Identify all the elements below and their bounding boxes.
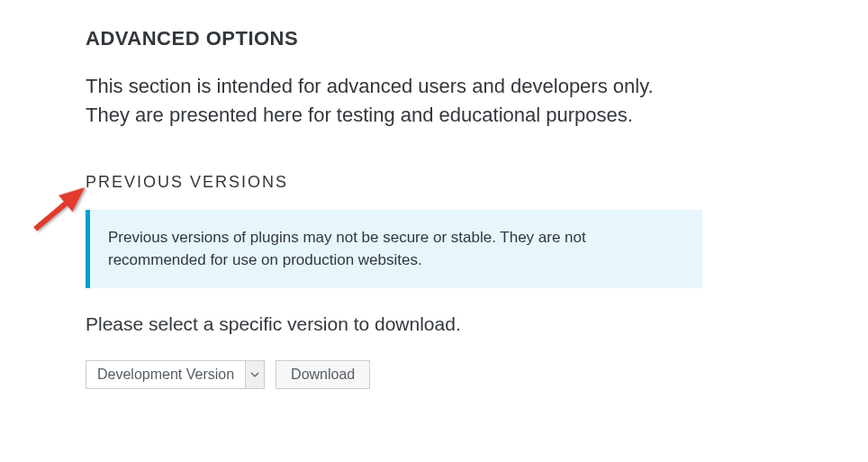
version-select-instruction: Please select a specific version to down… bbox=[86, 313, 702, 335]
advanced-options-description: This section is intended for advanced us… bbox=[86, 72, 702, 130]
chevron-down-icon[interactable] bbox=[245, 360, 265, 389]
version-select[interactable]: Development Version bbox=[86, 360, 265, 389]
version-controls: Development Version Download bbox=[86, 360, 702, 389]
download-button[interactable]: Download bbox=[276, 360, 370, 389]
version-select-value: Development Version bbox=[86, 360, 245, 389]
advanced-options-heading: ADVANCED OPTIONS bbox=[86, 27, 702, 50]
security-notice-text: Previous versions of plugins may not be … bbox=[108, 229, 586, 269]
previous-versions-heading: PREVIOUS VERSIONS bbox=[86, 173, 702, 192]
security-notice: Previous versions of plugins may not be … bbox=[86, 210, 702, 288]
